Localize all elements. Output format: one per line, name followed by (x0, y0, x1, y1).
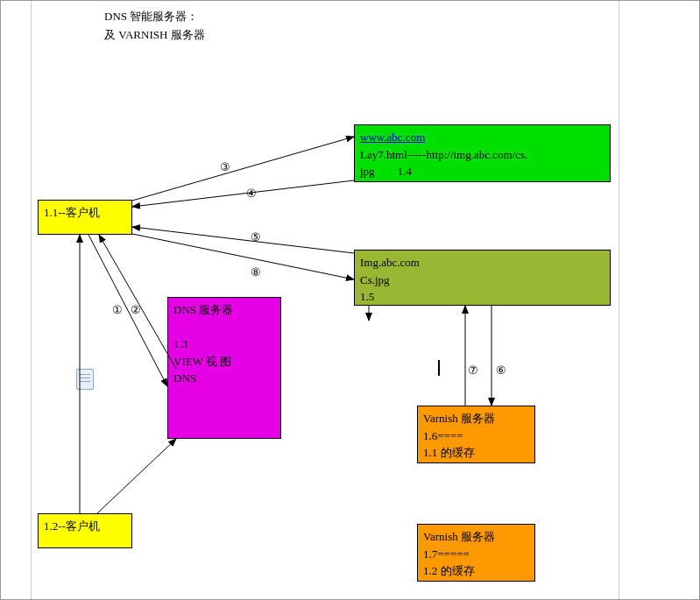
v2-line2: 1.7===== (423, 547, 470, 561)
svg-line-0 (132, 137, 354, 201)
margin-right (619, 1, 619, 600)
svg-line-1 (132, 180, 354, 207)
svg-line-2 (132, 227, 354, 253)
dns-line3: VIEW 视 图 (173, 355, 231, 368)
title-line2: 及 VARNISH 服务器 (104, 26, 205, 45)
node-client-1-2: 1.2--客户机 (38, 513, 132, 548)
diagram-title: DNS 智能服务器： 及 VARNISH 服务器 (104, 8, 205, 45)
client2-label: 1.2--客户机 (44, 519, 100, 533)
title-line1: DNS 智能服务器： (104, 8, 205, 26)
dns-line4: DNS (173, 371, 196, 385)
v1-line1: Varnish 服务器 (423, 412, 495, 425)
v1-line3: 1.1 的缓存 (423, 446, 475, 459)
web-ip: 1.4 (398, 165, 412, 178)
margin-left (31, 1, 32, 600)
web-line2: Lay7.html-----http://img.abc.com/cs. (360, 148, 527, 161)
label-5: ⑤ (251, 230, 261, 244)
node-client-1-1: 1.1--客户机 (38, 200, 132, 235)
web-url-link[interactable]: www.abc.com (360, 131, 425, 144)
dns-line2: 1.3 (173, 337, 187, 350)
img-line2: Cs.jpg (360, 273, 390, 286)
svg-line-7 (97, 439, 176, 513)
label-6: ⑥ (496, 364, 506, 378)
img-line3: 1.5 (360, 290, 374, 303)
img-line1: Img.abc.com (360, 256, 420, 269)
svg-line-5 (99, 235, 176, 369)
node-varnish-1-7: Varnish 服务器 1.7===== 1.2 的缓存 (417, 524, 535, 582)
text-cursor (438, 360, 440, 376)
v2-line3: 1.2 的缓存 (423, 564, 475, 577)
node-dns-server: DNS 服务器 1.3 VIEW 视 图 DNS (167, 297, 281, 439)
label-1: ① (112, 303, 123, 317)
v2-line1: Varnish 服务器 (423, 530, 495, 543)
label-8: ⑧ (251, 265, 261, 279)
v1-line2: 1.6==== (423, 429, 463, 442)
label-4: ④ (246, 187, 257, 201)
svg-line-4 (88, 235, 167, 386)
label-7: ⑦ (468, 364, 478, 378)
node-img-server: Img.abc.com Cs.jpg 1.5 (354, 250, 611, 306)
label-3: ③ (220, 160, 230, 174)
node-web-server: www.abc.com Lay7.html-----http://img.abc… (354, 124, 611, 182)
label-2: ② (131, 303, 141, 317)
node-varnish-1-6: Varnish 服务器 1.6==== 1.1 的缓存 (417, 406, 535, 463)
dns-line1: DNS 服务器 (173, 303, 233, 316)
web-line3a: jpg (360, 165, 375, 178)
svg-line-3 (132, 234, 354, 279)
client1-label: 1.1--客户机 (44, 206, 100, 219)
document-icon (76, 369, 94, 390)
